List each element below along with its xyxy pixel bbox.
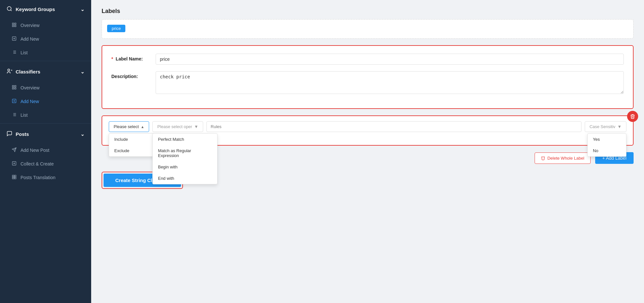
list-icon — [12, 50, 17, 56]
posts-icon — [7, 131, 12, 138]
svg-rect-5 — [15, 25, 16, 27]
operation-button[interactable]: Please select oper ▼ — [152, 121, 203, 132]
posts-addnew-item[interactable]: Add New Post — [0, 143, 91, 157]
classifier-addnew-item[interactable]: Add New — [0, 95, 91, 108]
posts-collect-item[interactable]: Collect & Create — [0, 157, 91, 171]
keyword-overview-item[interactable]: Overview — [0, 19, 91, 32]
collect-icon — [12, 161, 17, 167]
rule-card: Please select ▲ Include Exclude Please s… — [102, 115, 634, 146]
regex-option[interactable]: Match as Regular Expression — [153, 145, 217, 161]
case-dropdown-container: Case Sensitiv ▼ Yes No — [585, 121, 626, 132]
keyword-addnew-item[interactable]: Add New — [0, 32, 91, 46]
description-row: Description: check price — [111, 71, 624, 94]
send-icon — [12, 147, 17, 153]
svg-rect-18 — [12, 86, 14, 87]
svg-rect-36 — [12, 175, 14, 177]
svg-rect-37 — [14, 175, 16, 177]
yes-option[interactable]: Yes — [588, 134, 626, 145]
operations-menu: Perfect Match Match as Regular Expressio… — [152, 133, 217, 184]
operation-dropdown-container: Please select oper ▼ Perfect Match Match… — [152, 121, 203, 132]
classifier-list-item[interactable]: List — [0, 108, 91, 122]
plus-square-icon — [12, 36, 17, 42]
description-input[interactable]: check price — [156, 71, 624, 94]
labels-box: price — [102, 19, 634, 39]
no-option[interactable]: No — [588, 145, 626, 156]
svg-line-1 — [10, 10, 11, 11]
case-sensitivity-button[interactable]: Case Sensitiv ▼ — [585, 121, 626, 132]
svg-rect-2 — [12, 23, 14, 24]
price-badge[interactable]: price — [107, 25, 125, 32]
svg-rect-38 — [12, 177, 14, 179]
rule-selects-row: Please select ▲ Include Exclude Please s… — [109, 121, 626, 132]
grid-icon2 — [12, 85, 17, 91]
svg-rect-21 — [15, 88, 16, 89]
svg-rect-20 — [12, 88, 14, 89]
case-menu: Yes No — [587, 133, 626, 157]
delete-whole-label-text: Delete Whole Label — [547, 156, 584, 161]
select-type-button[interactable]: Please select ▲ — [109, 121, 149, 132]
label-name-input[interactable] — [156, 54, 624, 65]
classifier-overview-item[interactable]: Overview — [0, 81, 91, 95]
search-icon — [7, 6, 12, 13]
list-icon2 — [12, 112, 17, 118]
select-type-dropdown-container: Please select ▲ Include Exclude — [109, 121, 149, 132]
end-with-option[interactable]: End with — [153, 173, 217, 184]
chevron-up-icon3: ⌄ — [80, 131, 85, 137]
main-content: Labels price * Label Name: Description: … — [91, 0, 644, 303]
begin-with-option[interactable]: Begin with — [153, 161, 217, 173]
delete-rule-button[interactable] — [627, 111, 638, 122]
chevron-up-icon: ⌄ — [80, 7, 85, 12]
sidebar-classifiers-toggle[interactable]: Classifiers ⌄ — [0, 62, 91, 81]
keyword-groups-label: Keyword Groups — [16, 7, 55, 12]
delete-whole-label-button[interactable]: Delete Whole Label — [535, 152, 590, 164]
chevron-down-icon2: ▼ — [617, 124, 622, 129]
plus-square-icon2 — [12, 99, 17, 104]
label-name-row: * Label Name: — [111, 54, 624, 65]
description-label: Description: — [111, 71, 150, 79]
labels-title: Labels — [102, 8, 634, 15]
sidebar: Keyword Groups ⌄ Overview Add New List C… — [0, 0, 91, 303]
rules-input[interactable] — [206, 121, 581, 132]
classifiers-icon — [7, 68, 12, 75]
svg-rect-39 — [14, 177, 16, 179]
posts-translation-item[interactable]: Posts Translation — [0, 171, 91, 184]
svg-point-0 — [7, 7, 11, 10]
perfect-match-option[interactable]: Perfect Match — [153, 134, 217, 145]
svg-point-15 — [8, 69, 10, 71]
keyword-list-item[interactable]: List — [0, 46, 91, 59]
translate-icon — [12, 175, 17, 180]
label-form-card: * Label Name: Description: check price — [102, 45, 634, 109]
svg-rect-4 — [12, 25, 14, 27]
required-star: * — [111, 56, 113, 61]
chevron-down-icon: ▼ — [194, 124, 198, 129]
sidebar-posts-toggle[interactable]: Posts ⌄ — [0, 125, 91, 143]
label-name-label: * Label Name: — [111, 54, 150, 61]
sidebar-keyword-groups-toggle[interactable]: Keyword Groups ⌄ — [0, 0, 91, 19]
posts-label: Posts — [16, 131, 29, 137]
classifiers-label: Classifiers — [16, 69, 40, 74]
grid-icon — [12, 22, 17, 28]
svg-rect-3 — [15, 23, 16, 24]
chevron-up-icon2: ⌄ — [80, 69, 85, 75]
chevron-up-icon4: ▲ — [141, 125, 144, 129]
svg-rect-19 — [15, 86, 16, 87]
